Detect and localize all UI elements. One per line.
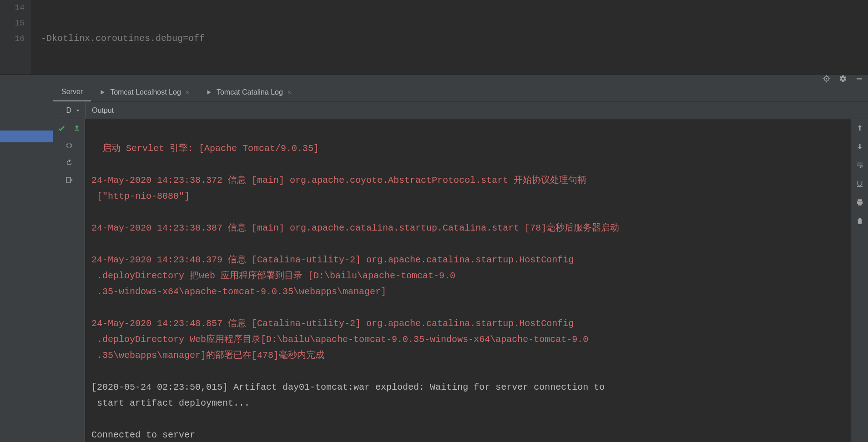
- code-line: -Dkotlinx.coroutines.debug=off: [41, 31, 868, 46]
- editor-toolbar: [0, 74, 868, 83]
- line-number: 16: [0, 31, 25, 46]
- log-line: 启动 Servlet 引擎: [Apache Tomcat/9.0.35]: [91, 141, 846, 156]
- tab-label: Tomcat Catalina Log: [217, 88, 283, 96]
- trash-icon[interactable]: [856, 217, 864, 227]
- play-icon: [99, 89, 106, 95]
- scroll-end-icon[interactable]: [856, 180, 864, 190]
- gear-icon[interactable]: [839, 75, 847, 83]
- arrow-down-icon[interactable]: [856, 142, 864, 153]
- filter-label: D: [66, 106, 71, 115]
- log-line: [2020-05-24 02:23:50,015] Artifact day01…: [91, 379, 846, 411]
- log-line: Connected to server: [91, 427, 846, 442]
- arrow-up-icon[interactable]: [856, 124, 864, 134]
- filter-row: D Output: [53, 102, 868, 119]
- log-line: 24-May-2020 14:23:48.379 信息 [Catalina-ut…: [91, 252, 846, 300]
- play-icon: [206, 89, 212, 95]
- tab-catalina-log[interactable]: Tomcat Catalina Log ×: [197, 83, 299, 101]
- svg-rect-13: [858, 199, 862, 201]
- selection-highlight: [0, 131, 53, 142]
- tab-server[interactable]: Server: [53, 83, 91, 101]
- svg-rect-10: [75, 130, 79, 131]
- print-icon[interactable]: [856, 198, 864, 209]
- filter-dropdown[interactable]: D: [53, 106, 85, 115]
- code-content[interactable]: -Dkotlinx.coroutines.debug=off -Djdk.mod…: [31, 0, 868, 74]
- svg-marker-7: [101, 90, 105, 94]
- exit-icon[interactable]: [65, 176, 74, 185]
- svg-rect-6: [857, 78, 862, 79]
- panel-body: Server Tomcat Localhost Log × Tomcat Cat…: [53, 83, 868, 442]
- tab-label: Tomcat Localhost Log: [110, 88, 181, 96]
- svg-point-1: [826, 78, 828, 80]
- code-editor[interactable]: 14 15 16 -Dkotlinx.coroutines.debug=off …: [0, 0, 868, 74]
- svg-marker-8: [207, 90, 211, 94]
- tab-localhost-log[interactable]: Tomcat Localhost Log ×: [91, 83, 197, 101]
- refresh-icon[interactable]: [65, 158, 74, 167]
- deploy-icon[interactable]: [72, 124, 81, 133]
- check-icon[interactable]: [57, 124, 66, 133]
- svg-rect-15: [858, 203, 862, 206]
- attach-icon[interactable]: [65, 141, 74, 150]
- run-panel: Server Tomcat Localhost Log × Tomcat Cat…: [0, 83, 868, 442]
- console-output[interactable]: 启动 Servlet 引擎: [Apache Tomcat/9.0.35] 24…: [85, 119, 851, 442]
- close-icon[interactable]: ×: [186, 89, 189, 96]
- line-gutter: 14 15 16: [0, 0, 31, 74]
- output-label: Output: [85, 102, 114, 119]
- right-toolbar: [851, 119, 868, 442]
- left-gutter: [0, 83, 53, 442]
- panel-tabs: Server Tomcat Localhost Log × Tomcat Cat…: [53, 83, 868, 102]
- tab-label: Server: [61, 88, 83, 96]
- log-line: 24-May-2020 14:23:38.387 信息 [main] org.a…: [91, 220, 846, 236]
- minimize-icon[interactable]: [855, 75, 863, 83]
- console-container: 启动 Servlet 引擎: [Apache Tomcat/9.0.35] 24…: [53, 119, 868, 442]
- chevron-down-icon: [75, 108, 81, 113]
- close-icon[interactable]: ×: [288, 89, 291, 96]
- log-line: 24-May-2020 14:23:38.372 信息 [main] org.a…: [91, 172, 846, 204]
- svg-marker-9: [76, 110, 79, 111]
- left-toolbar: [53, 119, 85, 442]
- log-line: 24-May-2020 14:23:48.857 信息 [Catalina-ut…: [91, 316, 846, 363]
- target-icon[interactable]: [823, 75, 831, 83]
- line-number: 14: [0, 0, 25, 15]
- softwrap-icon[interactable]: [856, 161, 864, 171]
- line-number: 15: [0, 15, 25, 31]
